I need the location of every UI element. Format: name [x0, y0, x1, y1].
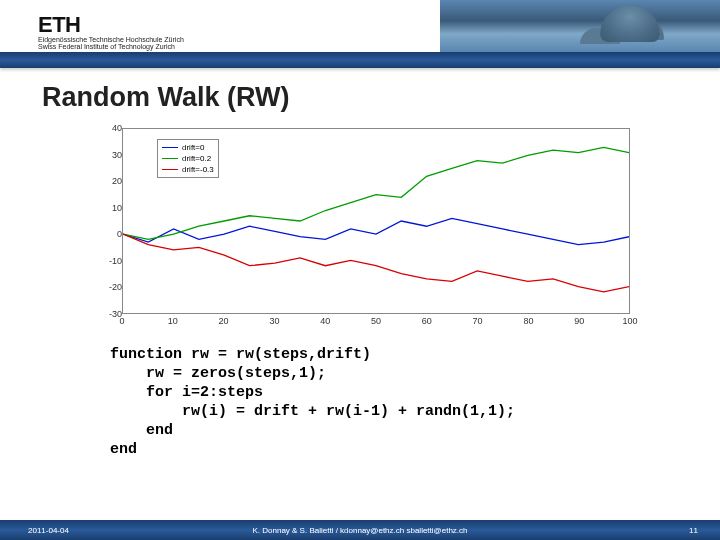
legend-label: drift=-0.3: [182, 164, 214, 175]
y-tick: 30: [98, 150, 122, 160]
header-photo: [440, 0, 720, 52]
legend-item: drift=0.2: [162, 153, 214, 164]
header-band: [0, 52, 720, 68]
footer-page-number: 11: [689, 526, 698, 535]
x-tick: 80: [518, 316, 538, 326]
x-tick: 60: [417, 316, 437, 326]
x-tick: 50: [366, 316, 386, 326]
legend-swatch: [162, 158, 178, 159]
slide-footer: 2011-04-04 K. Donnay & S. Balietti / kdo…: [0, 520, 720, 540]
legend-item: drift=-0.3: [162, 164, 214, 175]
y-tick: -20: [98, 282, 122, 292]
legend-swatch: [162, 169, 178, 170]
x-tick: 20: [214, 316, 234, 326]
legend-label: drift=0.2: [182, 153, 211, 164]
series-line: [123, 234, 629, 292]
legend-item: drift=0: [162, 142, 214, 153]
x-tick: 70: [468, 316, 488, 326]
rw-chart: drift=0 drift=0.2 drift=-0.3 -30-20-1001…: [92, 122, 642, 330]
slide-header: ETH Eidgenössische Technische Hochschule…: [0, 0, 720, 70]
eth-subtitle: Eidgenössische Technische Hochschule Zür…: [38, 36, 184, 50]
footer-credits: K. Donnay & S. Balietti / kdonnay@ethz.c…: [0, 526, 720, 535]
series-line: [123, 218, 629, 244]
x-tick: 100: [620, 316, 640, 326]
footer-date: 2011-04-04: [28, 526, 69, 535]
y-tick: 10: [98, 203, 122, 213]
plot-area: drift=0 drift=0.2 drift=-0.3: [122, 128, 630, 314]
x-tick: 40: [315, 316, 335, 326]
legend-label: drift=0: [182, 142, 204, 153]
eth-logo-text: ETH: [38, 12, 81, 38]
legend-swatch: [162, 147, 178, 148]
chart-legend: drift=0 drift=0.2 drift=-0.3: [157, 139, 219, 178]
x-tick: 10: [163, 316, 183, 326]
y-tick: 0: [98, 229, 122, 239]
y-tick: -10: [98, 256, 122, 266]
x-tick: 90: [569, 316, 589, 326]
x-tick: 0: [112, 316, 132, 326]
slide-title: Random Walk (RW): [42, 82, 290, 113]
y-tick: 20: [98, 176, 122, 186]
y-tick: 40: [98, 123, 122, 133]
x-tick: 30: [264, 316, 284, 326]
code-block: function rw = rw(steps,drift) rw = zeros…: [110, 345, 515, 459]
